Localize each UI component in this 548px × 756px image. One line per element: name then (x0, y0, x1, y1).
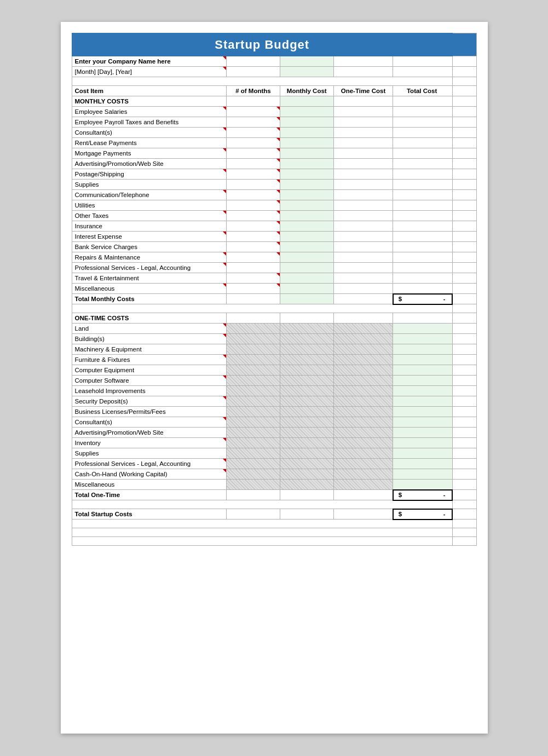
onetime-item-months-2[interactable] (227, 344, 280, 355)
onetime-item-cost-0[interactable] (280, 324, 333, 334)
company-name-label[interactable]: Enter your Company Name here (72, 56, 227, 67)
onetime-item-months-3[interactable] (227, 355, 280, 365)
onetime-item-months-15[interactable] (227, 480, 280, 490)
monthly-item-months-3[interactable] (227, 138, 280, 148)
monthly-item-cost-2[interactable] (280, 128, 333, 138)
monthly-item-cost-3[interactable] (280, 138, 333, 148)
onetime-item-months-1[interactable] (227, 334, 280, 344)
monthly-item-cost-13[interactable] (280, 242, 333, 252)
monthly-item-months-7[interactable] (227, 180, 280, 190)
monthly-item-months-17[interactable] (227, 284, 280, 294)
monthly-item-cost-8[interactable] (280, 190, 333, 200)
monthly-item-label-7: Supplies (72, 180, 227, 190)
monthly-item-months-15[interactable] (227, 263, 280, 273)
monthly-item-months-11[interactable] (227, 221, 280, 232)
onetime-item-cost-14[interactable] (280, 469, 333, 480)
onetime-item-months-6[interactable] (227, 386, 280, 396)
onetime-item-cost-12[interactable] (280, 448, 333, 459)
monthly-item-months-1[interactable] (227, 117, 280, 128)
onetime-item-cost-4[interactable] (280, 365, 333, 376)
onetime-item-months-10[interactable] (227, 428, 280, 438)
onetime-item-cost-6[interactable] (280, 386, 333, 396)
monthly-item-months-6[interactable] (227, 169, 280, 180)
monthly-item-months-14[interactable] (227, 252, 280, 263)
onetime-item-onetime-7[interactable] (333, 396, 393, 407)
monthly-item-months-10[interactable] (227, 211, 280, 221)
monthly-item-onetime-13 (333, 242, 393, 252)
onetime-item-cost-7[interactable] (280, 396, 333, 407)
onetime-item-cost-1[interactable] (280, 334, 333, 344)
monthly-item-months-8[interactable] (227, 190, 280, 200)
onetime-item-months-4[interactable] (227, 365, 280, 376)
monthly-item-months-13[interactable] (227, 242, 280, 252)
onetime-item-months-8[interactable] (227, 407, 280, 417)
onetime-item-onetime-8[interactable] (333, 407, 393, 417)
onetime-item-cost-2[interactable] (280, 344, 333, 355)
monthly-item-cost-1[interactable] (280, 117, 333, 128)
monthly-item-total-8 (393, 190, 453, 200)
monthly-item-onetime-12 (333, 232, 393, 242)
company-name-monthly[interactable] (280, 56, 333, 67)
onetime-item-onetime-10[interactable] (333, 428, 393, 438)
monthly-item-months-12[interactable] (227, 232, 280, 242)
spacer-row-5 (72, 528, 476, 537)
monthly-item-cost-14[interactable] (280, 252, 333, 263)
onetime-item-cost-9[interactable] (280, 417, 333, 428)
onetime-item-onetime-5[interactable] (333, 376, 393, 386)
monthly-item-cost-12[interactable] (280, 232, 333, 242)
onetime-item-total-4 (393, 365, 453, 376)
monthly-item-cost-0[interactable] (280, 107, 333, 117)
onetime-item-onetime-14[interactable] (333, 469, 393, 480)
onetime-item-furniture: Furniture & Fixtures (72, 355, 476, 365)
onetime-item-months-12[interactable] (227, 448, 280, 459)
date-label[interactable]: [Month] [Day], [Year] (72, 67, 227, 77)
total-monthly-onetime (333, 294, 393, 304)
onetime-item-onetime-4[interactable] (333, 365, 393, 376)
onetime-item-cost-8[interactable] (280, 407, 333, 417)
monthly-item-cost-16[interactable] (280, 273, 333, 284)
monthly-item-advertising: Advertising/Promotion/Web Site (72, 159, 476, 169)
monthly-item-months-5[interactable] (227, 159, 280, 169)
monthly-item-months-9[interactable] (227, 200, 280, 211)
onetime-item-onetime-12[interactable] (333, 448, 393, 459)
monthly-item-cost-15[interactable] (280, 263, 333, 273)
onetime-item-label-14: Cash-On-Hand (Working Capital) (72, 469, 227, 480)
onetime-item-onetime-13[interactable] (333, 459, 393, 469)
onetime-item-cost-3[interactable] (280, 355, 333, 365)
onetime-item-cost-15[interactable] (280, 480, 333, 490)
onetime-item-months-11[interactable] (227, 438, 280, 448)
onetime-item-onetime-3[interactable] (333, 355, 393, 365)
monthly-item-cost-17[interactable] (280, 284, 333, 294)
onetime-item-months-14[interactable] (227, 469, 280, 480)
onetime-item-onetime-6[interactable] (333, 386, 393, 396)
onetime-item-onetime-1[interactable] (333, 334, 393, 344)
onetime-item-onetime-11[interactable] (333, 438, 393, 448)
monthly-item-cost-4[interactable] (280, 148, 333, 159)
onetime-item-cost-11[interactable] (280, 438, 333, 448)
monthly-item-label-8: Communication/Telephone (72, 190, 227, 200)
onetime-item-cost-13[interactable] (280, 459, 333, 469)
monthly-item-months-2[interactable] (227, 128, 280, 138)
monthly-item-insurance: Insurance (72, 221, 476, 232)
monthly-item-months-0[interactable] (227, 107, 280, 117)
monthly-item-cost-9[interactable] (280, 200, 333, 211)
onetime-item-months-0[interactable] (227, 324, 280, 334)
monthly-item-months-16[interactable] (227, 273, 280, 284)
monthly-item-months-4[interactable] (227, 148, 280, 159)
onetime-item-months-5[interactable] (227, 376, 280, 386)
onetime-item-months-13[interactable] (227, 459, 280, 469)
onetime-item-months-7[interactable] (227, 396, 280, 407)
onetime-item-onetime-9[interactable] (333, 417, 393, 428)
monthly-item-cost-10[interactable] (280, 211, 333, 221)
onetime-item-onetime-0[interactable] (333, 324, 393, 334)
onetime-item-months-9[interactable] (227, 417, 280, 428)
onetime-item-onetime-15[interactable] (333, 480, 393, 490)
onetime-item-cost-10[interactable] (280, 428, 333, 438)
monthly-item-cost-5[interactable] (280, 159, 333, 169)
onetime-item-onetime-2[interactable] (333, 344, 393, 355)
onetime-item-cost-5[interactable] (280, 376, 333, 386)
date-monthly[interactable] (280, 67, 333, 77)
monthly-item-cost-6[interactable] (280, 169, 333, 180)
monthly-item-cost-7[interactable] (280, 180, 333, 190)
monthly-item-cost-11[interactable] (280, 221, 333, 232)
